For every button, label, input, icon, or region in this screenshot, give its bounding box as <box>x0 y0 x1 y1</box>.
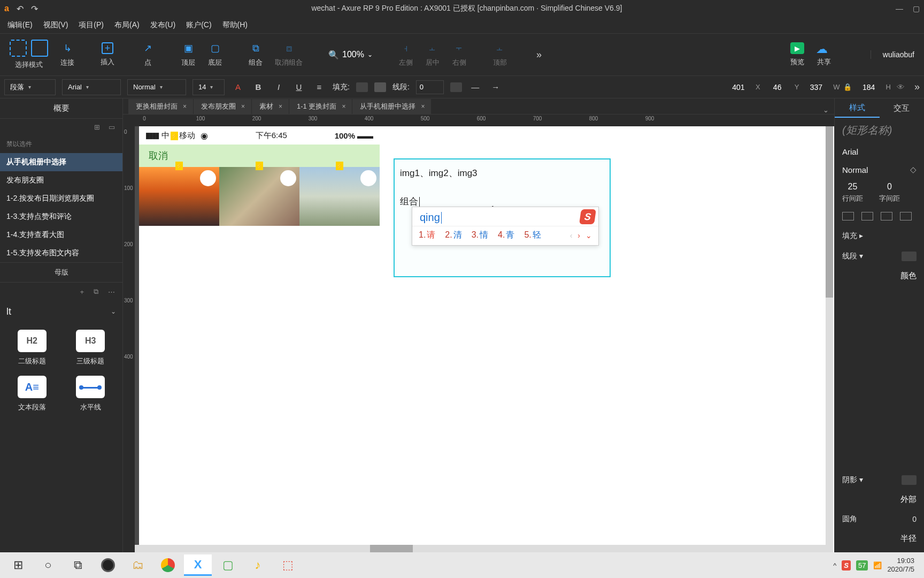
outline-item[interactable]: 从手机相册中选择 <box>0 153 122 171</box>
cortana-icon[interactable]: ○ <box>34 554 62 576</box>
outline-item[interactable]: 发布朋友圈 <box>0 171 122 189</box>
widget-hr[interactable]: 水平线 <box>66 376 116 412</box>
inspector-radius[interactable]: 圆角0 <box>835 509 924 529</box>
minimize-icon[interactable]: — <box>896 4 903 13</box>
start-button[interactable]: ⊞ <box>4 554 32 576</box>
bring-front-button[interactable]: ▣顶层 <box>181 42 196 67</box>
scrollbar-v[interactable] <box>826 126 833 552</box>
obs-icon[interactable] <box>94 554 122 576</box>
y-input[interactable] <box>764 80 791 94</box>
stroke-style-icon[interactable]: — <box>468 80 482 94</box>
ime-candidate[interactable]: 1.请 <box>419 230 435 241</box>
redo-icon[interactable]: ↷ <box>31 4 38 14</box>
tray-sogou-icon[interactable]: S <box>842 560 851 571</box>
menu-icon[interactable]: ⋯ <box>108 288 115 296</box>
ime-candidate-popup[interactable]: qing S 1.请 2.清 3.情 4.青 5.轻 ‹›⌄ <box>412 207 599 246</box>
outline-item[interactable]: 1-3.支持点赞和评论 <box>0 208 122 226</box>
font-weight-dropdown[interactable]: Normal▾ <box>127 79 186 95</box>
connect-button[interactable]: ↳连接 <box>60 42 75 67</box>
x-input[interactable] <box>725 80 752 94</box>
task-view-icon[interactable]: ⧉ <box>64 554 92 576</box>
tab-interaction[interactable]: 交互 <box>880 98 925 118</box>
menu-publish[interactable]: 发布(U) <box>145 18 181 32</box>
menu-layout[interactable]: 布局(A) <box>109 18 145 32</box>
align-left-icon[interactable] <box>842 212 854 220</box>
ime-candidate[interactable]: 2.清 <box>445 230 461 241</box>
select-circle[interactable] <box>280 170 296 186</box>
align-left-button[interactable]: ⫞左侧 <box>398 42 413 67</box>
ruler-vertical[interactable]: 0100200300400 <box>123 126 135 552</box>
close-icon[interactable]: × <box>279 103 282 110</box>
italic-icon[interactable]: I <box>272 80 286 94</box>
font-size-dropdown[interactable]: 14▾ <box>192 79 225 95</box>
stroke-color-swatch[interactable] <box>450 82 462 92</box>
arrow-style-icon[interactable]: → <box>489 80 503 94</box>
visibility-icon[interactable]: 👁 <box>894 80 908 94</box>
toolbar-overflow-icon[interactable]: » <box>536 49 542 60</box>
page-tab[interactable]: 更换相册封面× <box>128 99 194 114</box>
menu-help[interactable]: 帮助(H) <box>217 18 253 32</box>
ime-expand-icon[interactable]: ⌄ <box>586 231 592 240</box>
ungroup-button[interactable]: ⧈取消组合 <box>275 42 303 67</box>
send-back-button[interactable]: ▢底层 <box>207 42 222 67</box>
canvas[interactable]: ▮▮▮▮ 中⚡移动 ◉ 下午6:45 100% ▬▬ 取消 ⚡ ⚡ ⚡ <box>135 126 834 552</box>
page-tab[interactable]: 发布朋友圈× <box>194 99 252 114</box>
tray-wifi-icon[interactable]: 📶 <box>873 561 882 569</box>
close-icon[interactable]: × <box>241 103 245 110</box>
share-button[interactable]: ☁共享 <box>816 42 832 67</box>
inspector-font[interactable]: Arial <box>835 143 924 161</box>
list-icon[interactable]: ≡ <box>312 80 326 94</box>
ime-candidate[interactable]: 4.青 <box>498 230 514 241</box>
preview-button[interactable]: ▶预览 <box>790 42 804 67</box>
lock-icon[interactable]: 🔒 <box>843 83 852 91</box>
outline-item[interactable]: 1-4.支持查看大图 <box>0 226 122 244</box>
scrollbar-h[interactable] <box>135 545 827 552</box>
underline-icon[interactable]: U <box>292 80 306 94</box>
outline-item[interactable]: 禁以选件 <box>0 135 122 153</box>
outline-item[interactable]: 1-5.支持发布图文内容 <box>0 244 122 262</box>
copy-icon[interactable]: ⧉ <box>94 287 98 296</box>
stroke-width-input[interactable] <box>416 80 444 94</box>
app-icon[interactable]: ▢ <box>214 554 242 576</box>
widget-h2[interactable]: H2二级标题 <box>7 330 57 366</box>
paragraph-style-dropdown[interactable]: 段落▾ <box>4 79 56 95</box>
menu-project[interactable]: 项目(P) <box>73 18 109 32</box>
maximize-icon[interactable]: ▢ <box>913 4 920 13</box>
tray-up-icon[interactable]: ^ <box>833 561 836 569</box>
folder-icon[interactable]: ▭ <box>109 123 115 131</box>
align-center-icon[interactable] <box>861 212 873 220</box>
inspector-stroke[interactable]: 线段 ▾ <box>835 246 924 267</box>
fill-color-swatch[interactable] <box>356 82 368 92</box>
h-input[interactable] <box>855 80 883 94</box>
w-input[interactable] <box>802 80 830 94</box>
thumbnail[interactable]: ⚡ <box>139 167 219 226</box>
bold-icon[interactable]: B <box>251 80 265 94</box>
menu-view[interactable]: 视图(V) <box>38 18 74 32</box>
taskbar-clock[interactable]: 19:032020/7/5 <box>887 557 920 573</box>
shape-name-label[interactable]: (矩形名称) <box>835 118 924 143</box>
align-right-button[interactable]: ⫟右侧 <box>452 42 467 67</box>
axure-taskbar-icon[interactable]: X <box>184 554 212 576</box>
align-right-icon[interactable] <box>881 212 892 220</box>
tab-style[interactable]: 样式 <box>835 98 880 118</box>
undo-icon[interactable]: ↶ <box>17 4 24 14</box>
font-dropdown[interactable]: Arial▾ <box>62 79 121 95</box>
close-icon[interactable]: × <box>342 103 345 110</box>
fill-alpha-swatch[interactable] <box>374 82 386 92</box>
ime-prev-icon[interactable]: ‹ <box>570 231 573 240</box>
add-master-icon[interactable]: + <box>80 288 84 296</box>
ime-candidate[interactable]: 3.情 <box>472 230 488 241</box>
cancel-button[interactable]: 取消 <box>149 149 168 162</box>
align-top-button[interactable]: ⫠顶部 <box>492 42 507 67</box>
music-icon[interactable]: ♪ <box>244 554 272 576</box>
add-page-icon[interactable]: ⊞ <box>94 123 100 131</box>
inspector-shadow[interactable]: 阴影 ▾ <box>835 470 924 490</box>
select-circle[interactable] <box>200 170 216 186</box>
page-tab[interactable]: 素材× <box>252 99 289 114</box>
menu-edit[interactable]: 编辑(E) <box>2 18 38 32</box>
user-label[interactable]: wuliaobuf <box>871 50 914 59</box>
library-dropdown[interactable]: lt⌄ <box>0 301 122 322</box>
format-overflow-icon[interactable]: » <box>914 81 920 93</box>
close-icon[interactable]: × <box>421 103 425 110</box>
page-tab[interactable]: 从手机相册中选择× <box>352 99 432 114</box>
